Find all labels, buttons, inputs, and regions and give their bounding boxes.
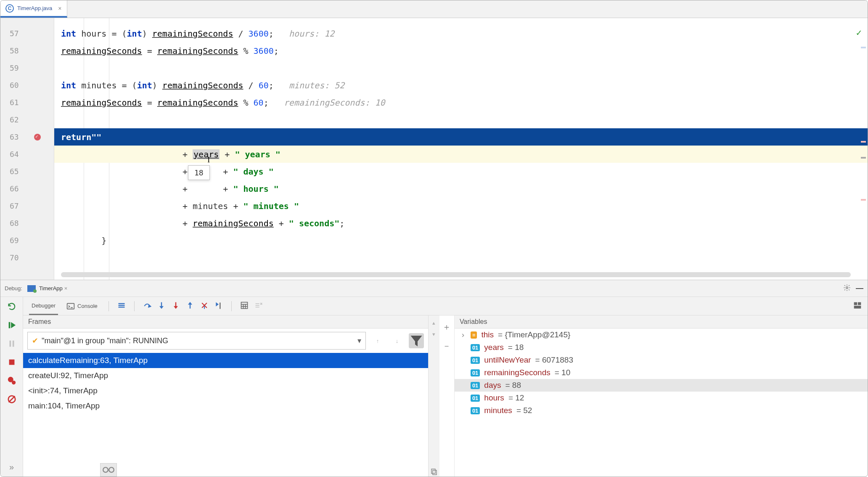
editor-tab[interactable]: C TimerApp.java ×	[0, 0, 67, 18]
twisty-icon[interactable]: ›	[460, 330, 466, 339]
line-number[interactable]: 67	[0, 197, 54, 215]
svg-marker-24	[216, 302, 219, 307]
code-area[interactable]: ✓ int hours = (int) remainingSeconds / 3…	[54, 18, 868, 280]
tab-debugger[interactable]: Debugger	[29, 297, 58, 315]
variable-row[interactable]: 01minutes = 52	[455, 404, 868, 417]
code-line[interactable]: + minutes + " minutes "	[54, 197, 868, 215]
svg-rect-1	[8, 322, 10, 329]
line-number[interactable]: 62	[0, 111, 54, 128]
code-line[interactable]: int minutes = (int) remainingSeconds / 6…	[54, 77, 868, 94]
stop-icon[interactable]	[6, 357, 17, 368]
variable-row[interactable]: 01days = 88	[455, 379, 868, 392]
step-into-icon[interactable]	[157, 301, 166, 311]
remove-watch-icon[interactable]: －	[442, 340, 451, 352]
previous-frame-icon[interactable]: ↑	[370, 333, 385, 348]
svg-rect-38	[854, 306, 861, 309]
code-line[interactable]	[54, 59, 868, 77]
variable-row[interactable]: ›≡this = {TimerApp@2145}	[455, 329, 868, 341]
line-number[interactable]: 60	[0, 77, 54, 94]
force-step-into-icon[interactable]	[172, 301, 180, 311]
code-line[interactable]: remainingSeconds = remainingSeconds % 60…	[54, 94, 868, 111]
resume-icon[interactable]	[6, 320, 17, 331]
code-line[interactable]: }	[54, 232, 868, 249]
gear-icon[interactable]	[843, 284, 851, 293]
layout-settings-icon[interactable]	[853, 301, 862, 311]
breakpoint-icon[interactable]	[34, 134, 41, 140]
code-line[interactable]: + h + " hours "	[54, 180, 868, 197]
chevron-down-icon: ▾	[357, 336, 361, 345]
primitive-icon: 01	[471, 344, 480, 351]
rerun-icon[interactable]	[6, 301, 17, 312]
variable-row[interactable]: 01remainingSeconds = 10	[455, 366, 868, 379]
close-icon[interactable]: ×	[58, 5, 61, 12]
variable-row[interactable]: 01years = 18	[455, 341, 868, 354]
debug-label: Debug:	[5, 285, 22, 292]
svg-rect-36	[854, 302, 857, 305]
glasses-icon[interactable]	[100, 463, 117, 477]
horizontal-scrollbar[interactable]	[61, 272, 851, 277]
line-number[interactable]: 64	[0, 146, 54, 163]
code-line[interactable]: return ""	[54, 128, 868, 146]
line-number[interactable]: 70	[0, 249, 54, 266]
frames-header: Frames	[23, 315, 428, 329]
primitive-icon: 01	[471, 369, 480, 376]
run-configuration[interactable]: TimerApp ×	[27, 285, 67, 292]
line-number[interactable]: 58	[0, 42, 54, 59]
variable-value: = 88	[505, 381, 521, 390]
line-number[interactable]: 69	[0, 232, 54, 249]
thread-dropdown[interactable]: ✔ "main"@1 in group "main": RUNNING ▾	[27, 332, 366, 350]
filter-icon[interactable]	[409, 333, 424, 348]
variable-list[interactable]: ›≡this = {TimerApp@2145}01years = 1801un…	[455, 329, 868, 417]
variable-row[interactable]: 01untilNewYear = 6071883	[455, 354, 868, 366]
frame-item[interactable]: calculateRemaining:63, TimerApp	[23, 353, 428, 368]
drop-frame-icon[interactable]	[200, 301, 209, 311]
variable-name: hours	[484, 393, 504, 403]
frames-scrollbar[interactable]: ▴ ▾	[429, 315, 439, 477]
line-number[interactable]: 57	[0, 25, 54, 42]
mute-breakpoints-icon[interactable]	[6, 394, 17, 405]
code-line[interactable]: int hours = (int) remainingSeconds / 360…	[54, 25, 868, 42]
code-line[interactable]: + years + " years "	[54, 146, 868, 163]
frame-item[interactable]: createUI:92, TimerApp	[23, 368, 428, 383]
line-number[interactable]: 61	[0, 94, 54, 111]
line-number[interactable]: 66	[0, 180, 54, 197]
trace-current-stream-icon[interactable]	[254, 301, 263, 311]
scroll-down-icon[interactable]: ▾	[432, 331, 435, 337]
tab-console[interactable]: Console	[64, 297, 100, 315]
evaluate-expression-icon[interactable]	[240, 301, 249, 311]
run-config-name: TimerApp	[39, 285, 63, 292]
variable-value: = 18	[508, 343, 524, 352]
line-number[interactable]: 63	[0, 128, 54, 146]
step-out-icon[interactable]	[186, 301, 194, 311]
code-line[interactable]	[54, 249, 868, 266]
code-line[interactable]	[54, 111, 868, 128]
add-watch-icon[interactable]: ＋	[442, 321, 451, 333]
svg-rect-5	[9, 360, 14, 365]
view-breakpoints-icon[interactable]	[6, 375, 17, 386]
svg-rect-37	[858, 302, 861, 305]
pause-icon[interactable]	[6, 338, 17, 349]
variable-row[interactable]: 01hours = 12	[455, 392, 868, 404]
line-number[interactable]: 59	[0, 59, 54, 77]
hovered-variable[interactable]: years	[193, 149, 220, 159]
show-execution-point-icon[interactable]	[117, 301, 126, 311]
step-over-icon[interactable]	[143, 301, 151, 311]
frame-item[interactable]: <init>:74, TimerApp	[23, 383, 428, 398]
code-line[interactable]: + remainingSeconds + " seconds";	[54, 215, 868, 232]
more-icon[interactable]: »	[6, 461, 17, 472]
scroll-up-icon[interactable]: ▴	[432, 320, 435, 326]
svg-marker-39	[410, 336, 422, 347]
copy-icon[interactable]	[430, 468, 438, 477]
svg-point-0	[846, 287, 848, 289]
close-icon[interactable]: ×	[64, 285, 68, 292]
frame-list[interactable]: calculateRemaining:63, TimerAppcreateUI:…	[23, 353, 428, 477]
line-number[interactable]: 65	[0, 163, 54, 180]
code-line[interactable]: remainingSeconds = remainingSeconds % 36…	[54, 42, 868, 59]
editor-area: 5758596061626364656667686970 ✓ int hours…	[0, 18, 868, 280]
hide-icon[interactable]	[856, 288, 863, 289]
line-number[interactable]: 68	[0, 215, 54, 232]
next-frame-icon[interactable]: ↓	[389, 333, 405, 348]
frame-item[interactable]: main:104, TimerApp	[23, 398, 428, 413]
code-line[interactable]: + da + " days "	[54, 163, 868, 180]
run-to-cursor-icon[interactable]	[214, 301, 223, 311]
